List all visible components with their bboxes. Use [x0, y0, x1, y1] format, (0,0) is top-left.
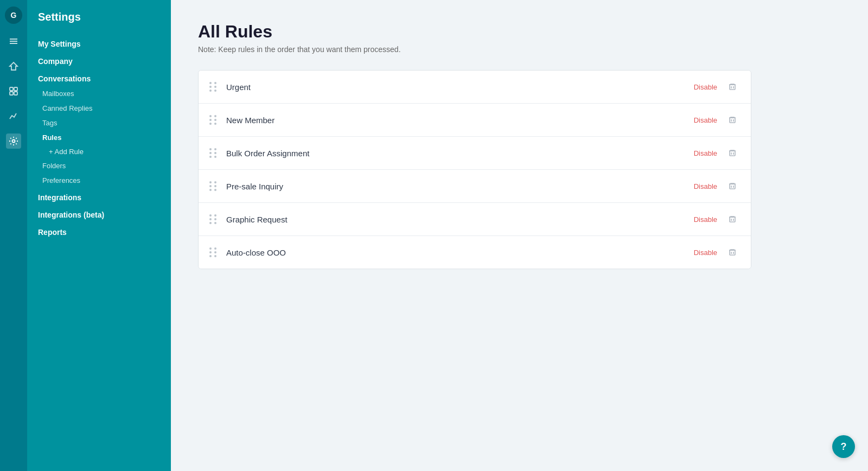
- page-title: All Rules: [198, 22, 841, 42]
- svg-rect-12: [730, 118, 735, 123]
- rule-name: Graphic Request: [226, 215, 694, 224]
- rule-name: Bulk Order Assignment: [226, 149, 694, 158]
- drag-handle[interactable]: [209, 181, 218, 191]
- sidebar-item-reports[interactable]: Reports: [27, 222, 171, 240]
- sidebar-title: Settings: [27, 11, 171, 34]
- sidebar-item-tags[interactable]: Tags: [27, 116, 171, 130]
- disable-button[interactable]: Disable: [694, 182, 717, 190]
- delete-button[interactable]: [725, 179, 740, 194]
- disable-button[interactable]: Disable: [694, 116, 717, 124]
- table-row: Bulk Order AssignmentDisable: [199, 137, 751, 170]
- rule-name: New Member: [226, 116, 694, 125]
- sidebar-item-my-settings[interactable]: My Settings: [27, 34, 171, 52]
- app-logo[interactable]: G: [5, 7, 22, 24]
- drag-handle[interactable]: [209, 82, 218, 92]
- table-row: Pre-sale InquiryDisable: [199, 170, 751, 203]
- analytics-icon[interactable]: [6, 109, 21, 124]
- sidebar-item-preferences[interactable]: Preferences: [27, 173, 171, 188]
- main-content: All Rules Note: Keep rules in the order …: [171, 0, 868, 471]
- sidebar-item-rules[interactable]: Rules: [27, 130, 171, 145]
- sidebar-item-add-rule[interactable]: + Add Rule: [27, 145, 171, 158]
- drag-handle[interactable]: [209, 247, 218, 257]
- icon-bar: G: [0, 0, 27, 471]
- svg-rect-6: [10, 92, 13, 95]
- rule-name: Pre-sale Inquiry: [226, 182, 694, 191]
- inbox-icon[interactable]: [6, 84, 21, 99]
- delete-button[interactable]: [725, 112, 740, 128]
- sidebar: Settings My Settings Company Conversatio…: [27, 0, 171, 471]
- menu-icon[interactable]: [6, 34, 21, 49]
- settings-icon[interactable]: [6, 133, 21, 149]
- rule-name: Urgent: [226, 82, 694, 92]
- sidebar-item-conversations[interactable]: Conversations: [27, 69, 171, 86]
- svg-rect-5: [14, 87, 17, 91]
- disable-button[interactable]: Disable: [694, 83, 717, 91]
- table-row: UrgentDisable: [199, 71, 751, 104]
- drag-handle[interactable]: [209, 148, 218, 158]
- sidebar-item-integrations-beta[interactable]: Integrations (beta): [27, 205, 171, 222]
- delete-button[interactable]: [725, 245, 740, 260]
- svg-rect-21: [730, 217, 735, 222]
- help-button[interactable]: ?: [832, 435, 855, 458]
- table-row: New MemberDisable: [199, 104, 751, 137]
- svg-rect-18: [730, 184, 735, 189]
- page-subtitle: Note: Keep rules in the order that you w…: [198, 45, 841, 54]
- disable-button[interactable]: Disable: [694, 149, 717, 157]
- delete-button[interactable]: [725, 79, 740, 94]
- drag-handle[interactable]: [209, 115, 218, 125]
- table-row: Auto-close OOODisable: [199, 236, 751, 269]
- table-row: Graphic RequestDisable: [199, 203, 751, 236]
- sidebar-item-integrations[interactable]: Integrations: [27, 188, 171, 205]
- sidebar-item-company[interactable]: Company: [27, 52, 171, 69]
- delete-button[interactable]: [725, 212, 740, 227]
- rule-name: Auto-close OOO: [226, 248, 694, 257]
- svg-rect-24: [730, 250, 735, 255]
- svg-point-8: [12, 140, 15, 143]
- svg-marker-3: [10, 62, 17, 70]
- sidebar-item-folders[interactable]: Folders: [27, 158, 171, 173]
- svg-rect-4: [10, 87, 13, 91]
- sidebar-item-canned-replies[interactable]: Canned Replies: [27, 101, 171, 116]
- disable-button[interactable]: Disable: [694, 215, 717, 224]
- sidebar-item-mailboxes[interactable]: Mailboxes: [27, 86, 171, 101]
- svg-rect-7: [14, 92, 17, 95]
- delete-button[interactable]: [725, 145, 740, 161]
- home-icon[interactable]: [6, 59, 21, 74]
- disable-button[interactable]: Disable: [694, 249, 717, 257]
- rules-list: UrgentDisable New MemberDisable Bulk Ord…: [198, 70, 751, 269]
- drag-handle[interactable]: [209, 214, 218, 224]
- svg-rect-15: [730, 151, 735, 156]
- svg-rect-9: [730, 85, 735, 90]
